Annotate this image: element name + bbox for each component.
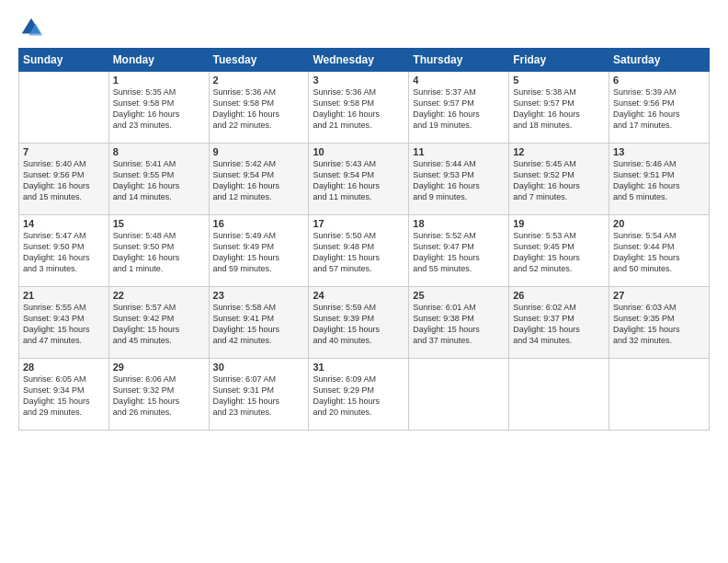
cell-info: Sunrise: 5:36 AM Sunset: 9:58 PM Dayligh…	[313, 86, 404, 132]
calendar-cell	[19, 72, 109, 144]
calendar-table: SundayMondayTuesdayWednesdayThursdayFrid…	[18, 48, 710, 431]
day-number: 1	[113, 75, 205, 86]
day-header: Monday	[108, 49, 209, 72]
calendar-cell	[409, 359, 509, 431]
day-number: 22	[113, 290, 205, 301]
cell-info: Sunrise: 5:52 AM Sunset: 9:47 PM Dayligh…	[413, 230, 505, 275]
calendar-week-row: 21Sunrise: 5:55 AM Sunset: 9:43 PM Dayli…	[19, 287, 710, 359]
day-number: 12	[513, 146, 605, 157]
day-number: 24	[313, 290, 404, 301]
calendar-cell: 9Sunrise: 5:42 AM Sunset: 9:54 PM Daylig…	[209, 144, 309, 215]
calendar-cell: 27Sunrise: 6:03 AM Sunset: 9:35 PM Dayli…	[609, 287, 710, 359]
calendar-cell: 17Sunrise: 5:50 AM Sunset: 9:48 PM Dayli…	[309, 215, 409, 287]
cell-info: Sunrise: 6:09 AM Sunset: 9:29 PM Dayligh…	[313, 373, 404, 419]
day-header: Tuesday	[209, 49, 309, 72]
day-number: 11	[413, 146, 505, 157]
cell-info: Sunrise: 5:50 AM Sunset: 9:48 PM Dayligh…	[313, 230, 404, 275]
calendar-cell: 30Sunrise: 6:07 AM Sunset: 9:31 PM Dayli…	[209, 359, 309, 431]
calendar-cell	[509, 359, 609, 431]
calendar-cell: 22Sunrise: 5:57 AM Sunset: 9:42 PM Dayli…	[108, 287, 209, 359]
day-number: 4	[413, 75, 505, 86]
cell-info: Sunrise: 5:46 AM Sunset: 9:51 PM Dayligh…	[613, 158, 705, 203]
cell-info: Sunrise: 5:49 AM Sunset: 9:49 PM Dayligh…	[213, 230, 305, 275]
cell-info: Sunrise: 5:58 AM Sunset: 9:41 PM Dayligh…	[213, 302, 305, 347]
cell-info: Sunrise: 6:02 AM Sunset: 9:37 PM Dayligh…	[513, 302, 605, 347]
header	[18, 15, 710, 40]
calendar-cell: 24Sunrise: 5:59 AM Sunset: 9:39 PM Dayli…	[309, 287, 409, 359]
calendar-cell: 6Sunrise: 5:39 AM Sunset: 9:56 PM Daylig…	[609, 72, 710, 144]
cell-info: Sunrise: 5:40 AM Sunset: 9:56 PM Dayligh…	[23, 158, 105, 203]
calendar-week-row: 7Sunrise: 5:40 AM Sunset: 9:56 PM Daylig…	[19, 144, 710, 215]
day-number: 14	[23, 218, 105, 229]
calendar-cell: 11Sunrise: 5:44 AM Sunset: 9:53 PM Dayli…	[409, 144, 509, 215]
day-header: Sunday	[19, 49, 109, 72]
cell-info: Sunrise: 6:03 AM Sunset: 9:35 PM Dayligh…	[613, 302, 705, 347]
day-number: 27	[613, 290, 705, 301]
day-number: 10	[313, 146, 404, 157]
cell-info: Sunrise: 5:35 AM Sunset: 9:58 PM Dayligh…	[113, 86, 205, 132]
calendar-cell: 18Sunrise: 5:52 AM Sunset: 9:47 PM Dayli…	[409, 215, 509, 287]
day-number: 9	[213, 146, 305, 157]
calendar-cell: 1Sunrise: 5:35 AM Sunset: 9:58 PM Daylig…	[108, 72, 209, 144]
day-number: 6	[613, 75, 705, 86]
calendar-cell: 2Sunrise: 5:36 AM Sunset: 9:58 PM Daylig…	[209, 72, 309, 144]
calendar-cell: 31Sunrise: 6:09 AM Sunset: 9:29 PM Dayli…	[309, 359, 409, 431]
cell-info: Sunrise: 5:41 AM Sunset: 9:55 PM Dayligh…	[113, 158, 205, 203]
cell-info: Sunrise: 5:45 AM Sunset: 9:52 PM Dayligh…	[513, 158, 605, 203]
day-header: Friday	[509, 49, 609, 72]
day-number: 18	[413, 218, 505, 229]
day-number: 29	[113, 362, 205, 373]
cell-info: Sunrise: 5:43 AM Sunset: 9:54 PM Dayligh…	[313, 158, 404, 203]
cell-info: Sunrise: 6:05 AM Sunset: 9:34 PM Dayligh…	[23, 373, 105, 419]
day-header: Thursday	[409, 49, 509, 72]
cell-info: Sunrise: 5:38 AM Sunset: 9:57 PM Dayligh…	[513, 86, 605, 132]
day-header: Saturday	[609, 49, 710, 72]
calendar-cell: 23Sunrise: 5:58 AM Sunset: 9:41 PM Dayli…	[209, 287, 309, 359]
cell-info: Sunrise: 5:55 AM Sunset: 9:43 PM Dayligh…	[23, 302, 105, 347]
calendar-cell: 26Sunrise: 6:02 AM Sunset: 9:37 PM Dayli…	[509, 287, 609, 359]
cell-info: Sunrise: 5:36 AM Sunset: 9:58 PM Dayligh…	[213, 86, 305, 132]
calendar-cell: 12Sunrise: 5:45 AM Sunset: 9:52 PM Dayli…	[509, 144, 609, 215]
calendar-cell: 3Sunrise: 5:36 AM Sunset: 9:58 PM Daylig…	[309, 72, 409, 144]
cell-info: Sunrise: 5:54 AM Sunset: 9:44 PM Dayligh…	[613, 230, 705, 275]
cell-info: Sunrise: 6:07 AM Sunset: 9:31 PM Dayligh…	[213, 373, 305, 419]
day-number: 3	[313, 75, 404, 86]
header-row: SundayMondayTuesdayWednesdayThursdayFrid…	[19, 49, 710, 72]
calendar-cell: 5Sunrise: 5:38 AM Sunset: 9:57 PM Daylig…	[509, 72, 609, 144]
calendar-cell: 28Sunrise: 6:05 AM Sunset: 9:34 PM Dayli…	[19, 359, 109, 431]
calendar-cell: 21Sunrise: 5:55 AM Sunset: 9:43 PM Dayli…	[19, 287, 109, 359]
calendar-week-row: 28Sunrise: 6:05 AM Sunset: 9:34 PM Dayli…	[19, 359, 710, 431]
cell-info: Sunrise: 5:48 AM Sunset: 9:50 PM Dayligh…	[113, 230, 205, 275]
calendar-cell: 13Sunrise: 5:46 AM Sunset: 9:51 PM Dayli…	[609, 144, 710, 215]
calendar-cell: 7Sunrise: 5:40 AM Sunset: 9:56 PM Daylig…	[19, 144, 109, 215]
cell-info: Sunrise: 5:47 AM Sunset: 9:50 PM Dayligh…	[23, 230, 105, 275]
calendar-cell: 20Sunrise: 5:54 AM Sunset: 9:44 PM Dayli…	[609, 215, 710, 287]
cell-info: Sunrise: 5:37 AM Sunset: 9:57 PM Dayligh…	[413, 86, 505, 132]
day-number: 17	[313, 218, 404, 229]
day-number: 31	[313, 362, 404, 373]
day-number: 20	[613, 218, 705, 229]
day-number: 28	[23, 362, 105, 373]
day-number: 2	[213, 75, 305, 86]
day-number: 7	[23, 146, 105, 157]
calendar-cell: 19Sunrise: 5:53 AM Sunset: 9:45 PM Dayli…	[509, 215, 609, 287]
cell-info: Sunrise: 5:44 AM Sunset: 9:53 PM Dayligh…	[413, 158, 505, 203]
day-number: 5	[513, 75, 605, 86]
calendar-cell: 8Sunrise: 5:41 AM Sunset: 9:55 PM Daylig…	[108, 144, 209, 215]
logo-icon	[18, 15, 44, 40]
cell-info: Sunrise: 5:53 AM Sunset: 9:45 PM Dayligh…	[513, 230, 605, 275]
calendar-week-row: 1Sunrise: 5:35 AM Sunset: 9:58 PM Daylig…	[19, 72, 710, 144]
day-number: 30	[213, 362, 305, 373]
calendar-cell: 25Sunrise: 6:01 AM Sunset: 9:38 PM Dayli…	[409, 287, 509, 359]
day-number: 15	[113, 218, 205, 229]
cell-info: Sunrise: 6:06 AM Sunset: 9:32 PM Dayligh…	[113, 373, 205, 419]
calendar-cell: 29Sunrise: 6:06 AM Sunset: 9:32 PM Dayli…	[108, 359, 209, 431]
calendar-cell: 15Sunrise: 5:48 AM Sunset: 9:50 PM Dayli…	[108, 215, 209, 287]
day-number: 13	[613, 146, 705, 157]
day-header: Wednesday	[309, 49, 409, 72]
cell-info: Sunrise: 5:57 AM Sunset: 9:42 PM Dayligh…	[113, 302, 205, 347]
logo	[18, 15, 48, 40]
day-number: 26	[513, 290, 605, 301]
cell-info: Sunrise: 5:42 AM Sunset: 9:54 PM Dayligh…	[213, 158, 305, 203]
calendar-cell: 14Sunrise: 5:47 AM Sunset: 9:50 PM Dayli…	[19, 215, 109, 287]
